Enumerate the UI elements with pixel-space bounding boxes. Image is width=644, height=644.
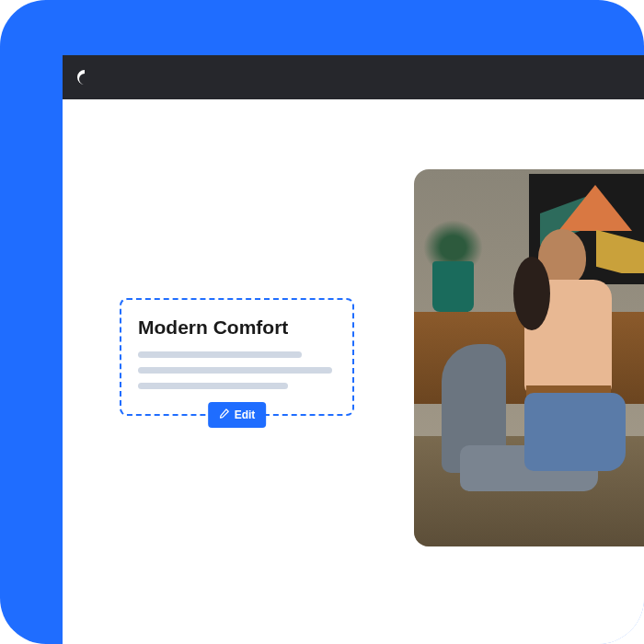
brand-logo-icon [75, 68, 94, 86]
text-placeholder-line [138, 383, 288, 389]
editable-text-block[interactable]: Modern Comfort Edit [120, 298, 354, 416]
edit-button-label: Edit [235, 408, 256, 421]
block-title: Modern Comfort [138, 316, 336, 339]
browser-window: Modern Comfort Edit [63, 55, 644, 644]
hero-image [414, 169, 644, 546]
edit-button[interactable]: Edit [208, 402, 267, 428]
page-content: Modern Comfort Edit [63, 99, 644, 644]
text-placeholder-line [138, 367, 332, 374]
promo-container: Modern Comfort Edit [0, 0, 644, 644]
text-placeholder-line [138, 351, 302, 358]
pencil-icon [219, 408, 229, 421]
browser-header [63, 55, 644, 99]
